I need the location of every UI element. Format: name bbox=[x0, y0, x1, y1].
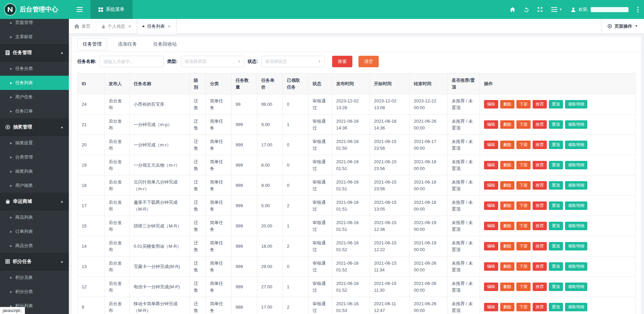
claim-details-button[interactable]: 领取明细 bbox=[565, 141, 587, 149]
recommend-button[interactable]: 推荐 bbox=[533, 262, 547, 270]
delete-button[interactable]: 删除 bbox=[500, 100, 514, 108]
pin-top-button[interactable]: 置顶 bbox=[549, 201, 563, 210]
edit-button[interactable]: 编辑 bbox=[484, 161, 498, 169]
delete-button[interactable]: 删除 bbox=[500, 120, 514, 128]
recommend-button[interactable]: 推荐 bbox=[533, 222, 547, 230]
claim-details-button[interactable]: 领取明细 bbox=[565, 262, 587, 270]
delete-button[interactable]: 删除 bbox=[500, 181, 514, 189]
delete-button[interactable]: 删除 bbox=[500, 161, 514, 169]
status-select[interactable]: 请选择状态 ▼ bbox=[261, 56, 325, 67]
home-icon[interactable] bbox=[510, 7, 515, 12]
edit-button[interactable]: 编辑 bbox=[484, 303, 498, 311]
pin-top-button[interactable]: 置顶 bbox=[549, 283, 563, 291]
sidebar-item-points-tasks[interactable]: 积分任务▲ bbox=[0, 253, 69, 270]
sidebar-item-lucky-mall[interactable]: 幸运商城▲ bbox=[0, 193, 69, 210]
take-down-button[interactable]: 下架 bbox=[516, 283, 531, 291]
sidebar-item-lottery-settings[interactable]: ▶抽奖设置 bbox=[0, 136, 69, 150]
sidebar-item-page-manage[interactable]: ▶页面管理 bbox=[0, 19, 69, 30]
claim-details-button[interactable]: 领取明细 bbox=[565, 222, 587, 230]
take-down-button[interactable]: 下架 bbox=[516, 141, 531, 149]
sidebar-item-lottery-manage[interactable]: 抽奖管理▲ bbox=[0, 118, 69, 136]
more-options-icon[interactable] bbox=[637, 7, 639, 13]
page-actions-button[interactable]: 页面操作 ▼ bbox=[601, 19, 644, 33]
delete-button[interactable]: 删除 bbox=[500, 242, 514, 250]
edit-button[interactable]: 编辑 bbox=[484, 222, 498, 230]
sidebar-item-goods-list[interactable]: ▶商品列表 bbox=[0, 210, 69, 224]
sidebar-item-lottery-list[interactable]: ▶抽奖列表 bbox=[0, 164, 69, 178]
clear-button[interactable]: 清空 bbox=[358, 56, 379, 67]
claim-details-button[interactable]: 领取明细 bbox=[565, 283, 587, 291]
pin-top-button[interactable]: 置顶 bbox=[549, 242, 563, 250]
recommend-button[interactable]: 推荐 bbox=[533, 181, 547, 189]
delete-button[interactable]: 删除 bbox=[500, 201, 514, 210]
breadcrumb-tab-home[interactable]: 首页 bbox=[69, 19, 96, 33]
sidebar-item-points-exchange[interactable]: ▶积分兑换 bbox=[0, 270, 69, 285]
pin-top-button[interactable]: 置顶 bbox=[549, 303, 563, 311]
take-down-button[interactable]: 下架 bbox=[516, 161, 531, 169]
task-name-input[interactable] bbox=[100, 56, 164, 67]
edit-button[interactable]: 编辑 bbox=[484, 262, 498, 270]
claim-details-button[interactable]: 领取明细 bbox=[565, 303, 587, 311]
sidebar-item-article-tags[interactable]: ▶文章标签 bbox=[0, 30, 69, 44]
edit-button[interactable]: 编辑 bbox=[484, 100, 498, 108]
recommend-button[interactable]: 推荐 bbox=[533, 303, 547, 311]
edit-button[interactable]: 编辑 bbox=[484, 141, 498, 149]
sidebar-item-order-list[interactable]: ▶订单列表 bbox=[0, 224, 69, 239]
take-down-button[interactable]: 下架 bbox=[516, 201, 531, 210]
refresh-icon[interactable] bbox=[524, 7, 529, 12]
tab-task-manage[interactable]: 任务管理 bbox=[77, 38, 107, 50]
recommend-button[interactable]: 推荐 bbox=[533, 161, 547, 169]
sidebar-item-task-list[interactable]: ▶任务列表 bbox=[0, 76, 69, 90]
recommend-button[interactable]: 推荐 bbox=[533, 242, 547, 250]
delete-button[interactable]: 删除 bbox=[500, 262, 514, 270]
sidebar-toggle-button[interactable] bbox=[69, 0, 90, 19]
take-down-button[interactable]: 下架 bbox=[516, 262, 531, 270]
fullscreen-icon[interactable] bbox=[538, 7, 542, 12]
pin-top-button[interactable]: 置顶 bbox=[549, 100, 563, 108]
close-tab-icon[interactable]: × bbox=[128, 23, 131, 29]
recommend-button[interactable]: 推荐 bbox=[533, 141, 547, 149]
pin-top-button[interactable]: 置顶 bbox=[549, 120, 563, 128]
claim-details-button[interactable]: 领取明细 bbox=[565, 120, 587, 128]
tab-add-task[interactable]: 添加任务 bbox=[113, 39, 142, 50]
pin-top-button[interactable]: 置顶 bbox=[549, 262, 563, 270]
claim-details-button[interactable]: 领取明细 bbox=[565, 100, 587, 108]
breadcrumb-tab-task-list[interactable]: ▶任务列表× bbox=[137, 19, 177, 34]
sidebar-item-goods-category[interactable]: ▶商品分类 bbox=[0, 239, 69, 253]
tab-task-recycle[interactable]: 任务回收站 bbox=[148, 39, 182, 50]
edit-button[interactable]: 编辑 bbox=[484, 201, 498, 210]
tab-system-menu[interactable]: 系统菜单 bbox=[90, 0, 133, 19]
sidebar-item-user-tasks[interactable]: ▶用户任务 bbox=[0, 90, 69, 104]
take-down-button[interactable]: 下架 bbox=[516, 303, 531, 311]
claim-details-button[interactable]: 领取明细 bbox=[565, 201, 587, 210]
close-tab-icon[interactable]: × bbox=[168, 23, 171, 29]
sidebar-item-task-orders[interactable]: ▶任务订单 bbox=[0, 104, 69, 118]
claim-details-button[interactable]: 领取明细 bbox=[565, 161, 587, 169]
edit-button[interactable]: 编辑 bbox=[484, 242, 498, 250]
recommend-button[interactable]: 推荐 bbox=[533, 120, 547, 128]
pin-top-button[interactable]: 置顶 bbox=[549, 181, 563, 189]
claim-details-button[interactable]: 领取明细 bbox=[565, 242, 587, 250]
claim-details-button[interactable]: 领取明细 bbox=[565, 181, 587, 189]
type-select[interactable]: 请选择类型 ▼ bbox=[181, 56, 244, 67]
sidebar-item-points-category[interactable]: ▶积分分类 bbox=[0, 285, 69, 299]
edit-button[interactable]: 编辑 bbox=[484, 283, 498, 291]
search-button[interactable]: 搜索 bbox=[332, 56, 352, 67]
recommend-button[interactable]: 推荐 bbox=[533, 100, 547, 108]
take-down-button[interactable]: 下架 bbox=[516, 181, 531, 189]
user-menu[interactable]: 欢迎, bbox=[571, 6, 628, 13]
layout-menu-button[interactable]: ▼ bbox=[551, 7, 562, 12]
delete-button[interactable]: 删除 bbox=[500, 283, 514, 291]
take-down-button[interactable]: 下架 bbox=[516, 100, 531, 108]
delete-button[interactable]: 删除 bbox=[500, 141, 514, 149]
edit-button[interactable]: 编辑 bbox=[484, 181, 498, 189]
sidebar-item-category-manage[interactable]: ▶分类管理 bbox=[0, 150, 69, 164]
delete-button[interactable]: 删除 bbox=[500, 222, 514, 230]
pin-top-button[interactable]: 置顶 bbox=[549, 161, 563, 169]
edit-button[interactable]: 编辑 bbox=[484, 120, 498, 128]
delete-button[interactable]: 删除 bbox=[500, 303, 514, 311]
pin-top-button[interactable]: 置顶 bbox=[549, 141, 563, 149]
recommend-button[interactable]: 推荐 bbox=[533, 201, 547, 210]
take-down-button[interactable]: 下架 bbox=[516, 120, 531, 128]
take-down-button[interactable]: 下架 bbox=[516, 242, 531, 250]
